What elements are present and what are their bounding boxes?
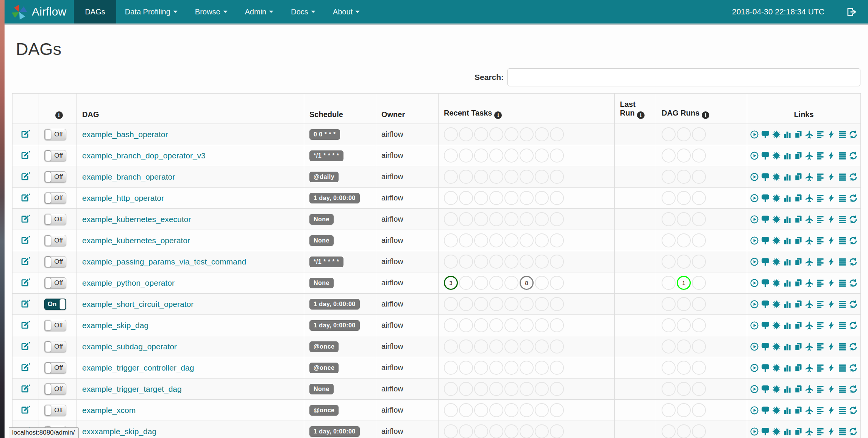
gantt-view-icon[interactable] (816, 257, 825, 266)
task-duration-icon[interactable] (783, 257, 792, 266)
dag-name-link[interactable]: example_xcom (82, 406, 136, 415)
graph-view-icon[interactable] (772, 300, 781, 309)
tree-view-icon[interactable] (761, 257, 770, 266)
code-view-icon[interactable] (827, 300, 836, 309)
code-view-icon[interactable] (827, 342, 836, 351)
refresh-dag-icon[interactable] (849, 151, 858, 160)
edit-dag-icon[interactable] (20, 319, 31, 330)
dag-name-link[interactable]: example_subdag_operator (82, 342, 177, 351)
task-tries-icon[interactable] (794, 321, 803, 330)
graph-view-icon[interactable] (772, 194, 781, 203)
gantt-view-icon[interactable] (816, 363, 825, 372)
code-view-icon[interactable] (827, 406, 836, 415)
task-duration-icon[interactable] (783, 342, 792, 351)
task-tries-icon[interactable] (794, 406, 803, 415)
landing-times-icon[interactable] (805, 342, 814, 351)
refresh-dag-icon[interactable] (849, 194, 858, 203)
refresh-dag-icon[interactable] (849, 342, 858, 351)
tree-view-icon[interactable] (761, 130, 770, 139)
gantt-view-icon[interactable] (816, 385, 825, 394)
graph-view-icon[interactable] (772, 257, 781, 266)
graph-view-icon[interactable] (772, 342, 781, 351)
gantt-view-icon[interactable] (816, 172, 825, 181)
edit-dag-icon[interactable] (20, 150, 31, 160)
tree-view-icon[interactable] (761, 342, 770, 351)
logout-icon[interactable] (846, 7, 857, 17)
trigger-dag-icon[interactable] (750, 342, 759, 351)
task-tries-icon[interactable] (794, 151, 803, 160)
refresh-dag-icon[interactable] (849, 257, 858, 266)
task-duration-icon[interactable] (783, 215, 792, 224)
tree-view-icon[interactable] (761, 278, 770, 288)
task-tries-icon[interactable] (794, 236, 803, 245)
trigger-dag-icon[interactable] (750, 406, 759, 415)
tree-view-icon[interactable] (761, 300, 770, 309)
dag-pause-toggle[interactable]: Off (44, 277, 66, 289)
logs-icon[interactable] (838, 257, 847, 266)
dag-name-link[interactable]: example_branch_operator (82, 172, 175, 181)
edit-dag-icon[interactable] (20, 256, 31, 266)
graph-view-icon[interactable] (772, 236, 781, 245)
edit-dag-icon[interactable] (20, 171, 31, 181)
gantt-view-icon[interactable] (816, 236, 825, 245)
task-duration-icon[interactable] (783, 406, 792, 415)
landing-times-icon[interactable] (805, 385, 814, 394)
code-view-icon[interactable] (827, 363, 836, 372)
task-duration-icon[interactable] (783, 427, 792, 436)
landing-times-icon[interactable] (805, 321, 814, 330)
code-view-icon[interactable] (827, 427, 836, 436)
gantt-view-icon[interactable] (816, 321, 825, 330)
dag-pause-toggle[interactable]: Off (44, 341, 66, 352)
gantt-view-icon[interactable] (816, 342, 825, 351)
dag-name-link[interactable]: example_python_operator (82, 278, 175, 287)
task-duration-icon[interactable] (783, 172, 792, 181)
task-tries-icon[interactable] (794, 300, 803, 309)
tree-view-icon[interactable] (761, 194, 770, 203)
tree-view-icon[interactable] (761, 385, 770, 394)
code-view-icon[interactable] (827, 130, 836, 139)
task-duration-icon[interactable] (783, 130, 792, 139)
landing-times-icon[interactable] (805, 172, 814, 181)
code-view-icon[interactable] (827, 215, 836, 224)
landing-times-icon[interactable] (805, 215, 814, 224)
code-view-icon[interactable] (827, 172, 836, 181)
dag-pause-toggle[interactable]: Off (44, 383, 66, 395)
refresh-dag-icon[interactable] (849, 321, 858, 330)
edit-dag-icon[interactable] (20, 128, 31, 139)
tree-view-icon[interactable] (761, 427, 770, 436)
code-view-icon[interactable] (827, 278, 836, 288)
trigger-dag-icon[interactable] (750, 194, 759, 203)
dag-pause-toggle[interactable]: Off (44, 320, 66, 331)
gantt-view-icon[interactable] (816, 278, 825, 288)
trigger-dag-icon[interactable] (750, 151, 759, 160)
code-view-icon[interactable] (827, 194, 836, 203)
edit-dag-icon[interactable] (20, 235, 31, 245)
dag-name-link[interactable]: example_kubernetes_executor (82, 215, 191, 224)
dag-pause-toggle[interactable]: On (44, 299, 66, 310)
logs-icon[interactable] (838, 427, 847, 436)
logs-icon[interactable] (838, 172, 847, 181)
task-tries-icon[interactable] (794, 130, 803, 139)
refresh-dag-icon[interactable] (849, 236, 858, 245)
task-tries-icon[interactable] (794, 385, 803, 394)
graph-view-icon[interactable] (772, 151, 781, 160)
dag-name-link[interactable]: exxxample_skip_dag (82, 427, 156, 436)
gantt-view-icon[interactable] (816, 194, 825, 203)
graph-view-icon[interactable] (772, 385, 781, 394)
task-tries-icon[interactable] (794, 257, 803, 266)
logs-icon[interactable] (838, 194, 847, 203)
edit-dag-icon[interactable] (20, 298, 31, 308)
gantt-view-icon[interactable] (816, 130, 825, 139)
dag-name-link[interactable]: example_branch_dop_operator_v3 (82, 151, 206, 160)
dag-pause-toggle[interactable]: Off (44, 405, 66, 416)
task-tries-icon[interactable] (794, 342, 803, 351)
dag-name-link[interactable]: example_trigger_target_dag (82, 385, 182, 393)
trigger-dag-icon[interactable] (750, 385, 759, 394)
landing-times-icon[interactable] (805, 194, 814, 203)
task-duration-icon[interactable] (783, 151, 792, 160)
task-tries-icon[interactable] (794, 194, 803, 203)
logs-icon[interactable] (838, 215, 847, 224)
nav-item-dags[interactable]: DAGs (74, 0, 116, 23)
refresh-dag-icon[interactable] (849, 130, 858, 139)
landing-times-icon[interactable] (805, 427, 814, 436)
